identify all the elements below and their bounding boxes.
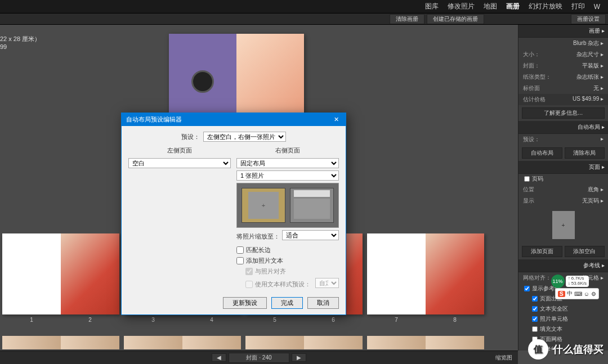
- cancel-button[interactable]: 取消: [307, 297, 339, 309]
- update-preset-button[interactable]: 更新预设: [223, 297, 267, 309]
- save-book-button[interactable]: 创建已存储的画册: [427, 14, 484, 24]
- add-page-button[interactable]: 添加页面: [522, 246, 562, 257]
- percent-badge: 11%: [551, 275, 565, 288]
- add-photo-text-checkbox[interactable]: [236, 257, 244, 264]
- auto-layout-button[interactable]: 自动布局: [522, 147, 562, 159]
- network-badge: 11% ↑ 6.7K/s↓ 53.6K/s: [551, 275, 589, 288]
- layout-option-2[interactable]: [290, 188, 334, 223]
- watermark: 值 什么值得买: [528, 339, 603, 359]
- page-indicator[interactable]: 封面 · 240: [229, 353, 289, 363]
- book-settings-header: 画册设置: [571, 14, 606, 24]
- lens-image: [191, 70, 214, 93]
- clear-book-button[interactable]: 清除画册: [390, 14, 424, 24]
- panel-autolayout-header[interactable]: 自动布局 ▸: [518, 121, 608, 134]
- add-blank-button[interactable]: 添加空白: [565, 246, 605, 257]
- learn-more-button[interactable]: 了解更多信息…: [522, 107, 605, 119]
- page-filmstrip-2[interactable]: [0, 336, 518, 350]
- page-blank[interactable]: [2, 233, 61, 314]
- right-page-label: 右侧页面: [236, 146, 339, 155]
- nav-print[interactable]: 打印: [567, 2, 589, 11]
- ime-panel[interactable]: S 中⌨☺⚙: [555, 288, 599, 299]
- spread-4[interactable]: 78: [367, 233, 484, 335]
- preset-label: 预设：: [181, 133, 200, 141]
- sogou-icon: S: [558, 291, 565, 297]
- preset-select[interactable]: 左侧空白，右侧一张照片: [203, 132, 286, 142]
- spread-1[interactable]: 12: [2, 233, 119, 335]
- page-photo[interactable]: [61, 233, 119, 314]
- watermark-text: 什么值得买: [553, 343, 603, 356]
- dialog-titlebar[interactable]: 自动布局预设编辑器 ✕: [122, 113, 346, 126]
- nav-book[interactable]: 画册: [502, 2, 524, 11]
- page-thumb[interactable]: +: [552, 211, 575, 239]
- prev-button[interactable]: ◀: [212, 353, 226, 362]
- photo-count-select[interactable]: 1 张照片: [236, 170, 339, 181]
- panel-book-header[interactable]: 画册 ▸: [518, 25, 608, 38]
- nav-develop[interactable]: 修改照片: [443, 2, 479, 11]
- right-layout-select[interactable]: 固定布局: [236, 158, 339, 168]
- layout-preview[interactable]: +: [236, 183, 339, 228]
- watermark-icon: 值: [528, 339, 548, 359]
- panel-guides-header[interactable]: 参考线 ▸: [518, 259, 608, 272]
- size-info: 22 x 28 厘米） 99: [0, 35, 41, 50]
- top-nav: 图库 修改照片 地图 画册 幻灯片放映 打印 W: [0, 0, 608, 14]
- done-button[interactable]: 完成: [271, 297, 303, 309]
- match-long-edge-checkbox[interactable]: [236, 246, 244, 254]
- panel-page-header[interactable]: 页面 ▸: [518, 161, 608, 174]
- nav-web[interactable]: W: [589, 3, 605, 11]
- layout-option-1[interactable]: +: [242, 188, 285, 223]
- nav-library[interactable]: 图库: [421, 2, 443, 11]
- page-number-checkbox[interactable]: [524, 176, 530, 182]
- nav-slideshow[interactable]: 幻灯片放映: [524, 2, 567, 11]
- clear-layout-button[interactable]: 清除布局: [565, 147, 605, 159]
- sub-nav: 清除画册 创建已存储的画册 画册设置: [0, 14, 608, 25]
- scale-select[interactable]: 适合: [282, 230, 339, 240]
- right-panel[interactable]: 画册 ▸ Blurb 杂志 ▸ 大小：杂志尺寸 ▸ 封面：平装版 ▸ 纸张类型：…: [518, 25, 608, 350]
- bottom-bar: ◀ 封面 · 240 ▶ 缩览图: [0, 350, 518, 364]
- next-button[interactable]: ▶: [292, 353, 306, 362]
- close-icon[interactable]: ✕: [332, 116, 341, 123]
- nav-map[interactable]: 地图: [479, 2, 502, 11]
- show-guides-checkbox[interactable]: [524, 286, 530, 291]
- thumb-view-button[interactable]: 缩览图: [495, 354, 512, 362]
- left-page-label: 左侧页面: [128, 146, 231, 155]
- left-layout-select[interactable]: 空白: [128, 158, 231, 168]
- dialog-title: 自动布局预设编辑器: [126, 115, 182, 124]
- auto-layout-dialog: 自动布局预设编辑器 ✕ 预设： 左侧空白，右侧一张照片 左侧页面 空白 右侧页面…: [121, 113, 346, 315]
